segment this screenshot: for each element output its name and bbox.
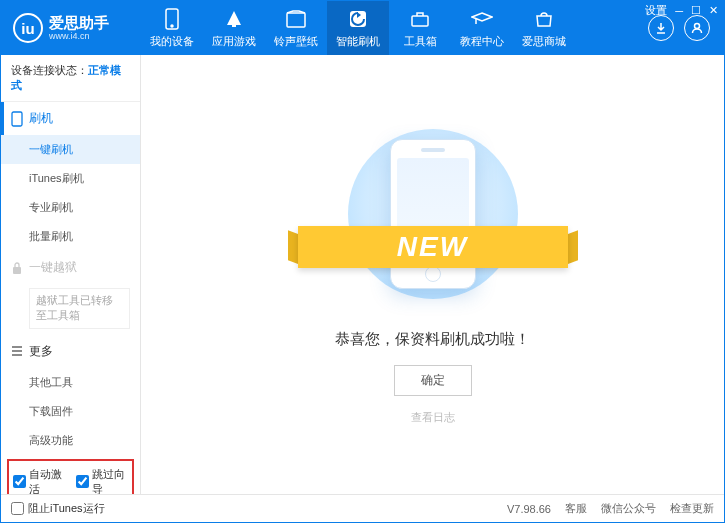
auto-activate-checkbox[interactable]: 自动激活	[13, 467, 66, 494]
user-icon[interactable]	[684, 15, 710, 41]
app-window: 设置 ─ ☐ ✕ iu 爱思助手 www.i4.cn 我的设备 应用游戏 铃声壁…	[0, 0, 725, 523]
main-panel: NEW 恭喜您，保资料刷机成功啦！ 确定 查看日志	[141, 55, 724, 494]
store-icon	[534, 8, 554, 30]
phone-small-icon	[11, 111, 23, 127]
svg-rect-7	[13, 267, 21, 274]
sidebar-item-pro-flash[interactable]: 专业刷机	[1, 193, 140, 222]
jailbreak-note: 越狱工具已转移至工具箱	[29, 288, 130, 329]
toolbox-icon	[410, 8, 430, 30]
version-label: V7.98.66	[507, 503, 551, 515]
nav-toolbox[interactable]: 工具箱	[389, 1, 451, 55]
download-icon[interactable]	[648, 15, 674, 41]
success-illustration: NEW	[328, 124, 538, 304]
lock-icon	[11, 261, 23, 275]
sidebar: 设备连接状态：正常模式 刷机 一键刷机 iTunes刷机 专业刷机 批量刷机 一…	[1, 55, 141, 494]
wallpaper-icon	[286, 8, 306, 30]
block-itunes-checkbox[interactable]: 阻止iTunes运行	[11, 501, 105, 516]
logo-icon: iu	[13, 13, 43, 43]
view-log-link[interactable]: 查看日志	[411, 410, 455, 425]
nav-smart-flash[interactable]: 智能刷机	[327, 1, 389, 55]
minimize-icon[interactable]: ─	[675, 5, 683, 17]
maximize-icon[interactable]: ☐	[691, 4, 701, 17]
wechat-link[interactable]: 微信公众号	[601, 501, 656, 516]
ok-button[interactable]: 确定	[394, 365, 472, 396]
app-name: 爱思助手	[49, 15, 109, 32]
section-jailbreak: 一键越狱	[1, 251, 140, 284]
flash-icon	[348, 8, 368, 30]
settings-label[interactable]: 设置	[645, 3, 667, 18]
new-ribbon: NEW	[298, 226, 568, 268]
sidebar-item-download-fw[interactable]: 下载固件	[1, 397, 140, 426]
menu-icon	[11, 345, 23, 357]
sidebar-item-oneclick-flash[interactable]: 一键刷机	[1, 135, 140, 164]
success-message: 恭喜您，保资料刷机成功啦！	[335, 330, 530, 349]
check-update-link[interactable]: 检查更新	[670, 501, 714, 516]
close-icon[interactable]: ✕	[709, 4, 718, 17]
phone-icon	[164, 8, 180, 30]
body: 设备连接状态：正常模式 刷机 一键刷机 iTunes刷机 专业刷机 批量刷机 一…	[1, 55, 724, 494]
titlebar: iu 爱思助手 www.i4.cn 我的设备 应用游戏 铃声壁纸 智能刷机	[1, 1, 724, 55]
svg-point-1	[171, 25, 173, 27]
sidebar-item-other-tools[interactable]: 其他工具	[1, 368, 140, 397]
nav-my-device[interactable]: 我的设备	[141, 1, 203, 55]
nav-store[interactable]: 爱思商城	[513, 1, 575, 55]
header-actions	[634, 15, 724, 41]
connection-status: 设备连接状态：正常模式	[1, 55, 140, 102]
section-flash[interactable]: 刷机	[1, 102, 140, 135]
top-nav: 我的设备 应用游戏 铃声壁纸 智能刷机 工具箱 教程中心	[141, 1, 634, 55]
sidebar-item-batch-flash[interactable]: 批量刷机	[1, 222, 140, 251]
support-link[interactable]: 客服	[565, 501, 587, 516]
footer-right: V7.98.66 客服 微信公众号 检查更新	[507, 501, 714, 516]
svg-rect-2	[287, 13, 305, 27]
logo: iu 爱思助手 www.i4.cn	[1, 13, 141, 43]
sidebar-item-advanced[interactable]: 高级功能	[1, 426, 140, 455]
sidebar-item-itunes-flash[interactable]: iTunes刷机	[1, 164, 140, 193]
app-site: www.i4.cn	[49, 31, 109, 41]
window-controls: 设置 ─ ☐ ✕	[645, 3, 718, 18]
svg-rect-6	[12, 112, 22, 126]
nav-tutorials[interactable]: 教程中心	[451, 1, 513, 55]
tutorial-icon	[471, 8, 493, 30]
nav-ringtones[interactable]: 铃声壁纸	[265, 1, 327, 55]
footer: 阻止iTunes运行 V7.98.66 客服 微信公众号 检查更新	[1, 494, 724, 522]
section-more[interactable]: 更多	[1, 335, 140, 368]
flash-options-highlight: 自动激活 跳过向导	[7, 459, 134, 494]
apps-icon	[224, 8, 244, 30]
svg-rect-4	[412, 16, 428, 26]
nav-apps-games[interactable]: 应用游戏	[203, 1, 265, 55]
svg-point-5	[695, 24, 700, 29]
skip-guide-checkbox[interactable]: 跳过向导	[76, 467, 129, 494]
